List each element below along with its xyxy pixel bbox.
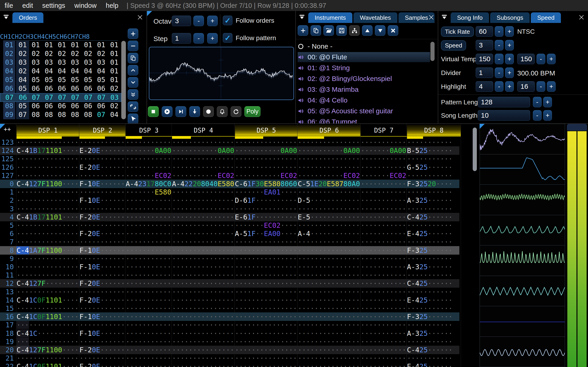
order-cell[interactable]: 05 <box>95 76 108 84</box>
pattern-cell[interactable]: ··········· <box>79 337 125 346</box>
order-cell[interactable]: 01 <box>42 41 55 49</box>
speed-minus-button[interactable]: - <box>495 40 503 50</box>
octave-minus-button[interactable]: - <box>193 16 204 26</box>
pattern-cell[interactable]: F-10E······ <box>79 312 125 321</box>
instrument-item-4[interactable]: 04: @4 Cello <box>298 95 430 105</box>
pattern-cell[interactable]: ··········· <box>407 304 453 313</box>
pattern-cell[interactable]: D-61F·········· <box>235 196 297 205</box>
order-cell[interactable]: 02 <box>55 50 69 58</box>
pattern-cell[interactable]: ··············· <box>17 221 79 230</box>
order-cell[interactable]: 05 <box>16 102 29 110</box>
pattern-cell[interactable]: C-41C·········· <box>17 329 79 338</box>
order-cell[interactable]: 07 <box>16 110 29 119</box>
order-cell[interactable]: 02 <box>108 102 121 110</box>
speaker-icon[interactable] <box>298 76 304 82</box>
pattern-cell[interactable]: ··············· <box>17 188 79 196</box>
pattern-cell[interactable]: ··············· <box>172 213 234 221</box>
pattern-cell[interactable]: ··············· <box>172 238 234 246</box>
pattern-cell[interactable]: ··········· <box>361 205 406 213</box>
order-cell[interactable]: 05 <box>82 76 95 84</box>
pattern-row-19[interactable]: 19······································… <box>0 337 459 346</box>
order-cell[interactable]: 02 <box>95 50 108 58</box>
pattern-row-125[interactable]: 125·····································… <box>0 155 459 163</box>
order-cell[interactable]: 06 <box>82 84 95 92</box>
pattern-cell[interactable]: ···········0A00 <box>172 146 234 155</box>
pattern-cell[interactable]: ··········· <box>361 254 406 263</box>
pattern-cell[interactable]: ··········· <box>126 155 171 163</box>
divider-input[interactable]: 1 <box>476 67 493 78</box>
pattern-cell[interactable]: F-325······ <box>407 312 453 321</box>
order-cell[interactable]: 06 <box>55 84 69 92</box>
pattern-cell[interactable]: ··········· <box>361 329 406 338</box>
pattern-cell[interactable]: ··········· <box>79 155 125 163</box>
pattern-cell[interactable]: ··········· <box>361 238 406 246</box>
menu-edit[interactable]: edit <box>18 2 38 9</box>
add-order-button[interactable] <box>128 28 138 39</box>
virtual-tempo-numerator-input[interactable]: 150 <box>476 54 493 64</box>
menu-help[interactable]: help <box>101 2 123 9</box>
pattern-row-10[interactable]: 10···············F-10E··················… <box>0 263 459 271</box>
pattern-cell[interactable]: F-20E······ <box>79 362 125 367</box>
pattern-cell[interactable]: ··········· <box>361 246 406 255</box>
play-pattern-button[interactable] <box>175 106 186 117</box>
pattern-cell[interactable]: ·······EA01···· <box>235 188 297 196</box>
pattern-cell[interactable]: ··············· <box>235 254 297 263</box>
pattern-cell[interactable]: C-41B171101···· <box>17 213 79 221</box>
save-instrument-button[interactable] <box>336 25 347 36</box>
instrument-item-6[interactable]: 06: @6 Trumpet <box>298 117 430 124</box>
order-row-08[interactable]: 080506060606060602 <box>0 102 121 110</box>
pattern-cell[interactable]: ··········· <box>361 312 406 321</box>
order-cell[interactable]: 03 <box>29 58 42 66</box>
pattern-cell[interactable]: ··········· <box>361 346 406 354</box>
duplicate-order-button[interactable] <box>128 53 138 63</box>
pattern-row-1[interactable]: 1·································E580··… <box>0 188 459 196</box>
channel-header-4[interactable]: DSP 4 <box>172 125 235 136</box>
order-cell[interactable]: 06 <box>69 84 82 92</box>
pattern-cell[interactable]: ··············· <box>298 188 360 196</box>
order-cell[interactable]: 08 <box>82 110 95 119</box>
pattern-cell[interactable]: ··············· <box>235 205 297 213</box>
pattern-cell[interactable]: ··········· <box>126 321 171 329</box>
tick-rate-input[interactable]: 60 <box>476 26 493 37</box>
order-cell[interactable]: 07 <box>56 93 69 101</box>
pattern-cell[interactable]: ··········· <box>126 196 171 205</box>
pattern-cell[interactable]: F-20E······ <box>79 346 125 354</box>
order-cell[interactable]: 06 <box>69 102 82 110</box>
pattern-cell[interactable]: ··············· <box>298 271 360 279</box>
order-cell[interactable]: 04 <box>16 76 29 84</box>
menu-file[interactable]: file <box>0 2 18 9</box>
pattern-cell[interactable]: ··········· <box>361 288 406 296</box>
pattern-cell[interactable]: ··········· <box>79 205 125 213</box>
pattern-cell[interactable]: ··············· <box>298 221 360 230</box>
pattern-row-5[interactable]: 5·······································… <box>0 221 459 230</box>
extra-channels-toggle[interactable]: ++ <box>4 126 11 133</box>
pattern-cell[interactable]: ·······0A00 <box>126 146 171 155</box>
pattern-row-6[interactable]: 6···············F-20E···················… <box>0 229 459 238</box>
collapse-icon[interactable] <box>297 12 306 22</box>
pattern-cell[interactable]: ··············· <box>172 263 234 271</box>
order-cell[interactable]: 07 <box>43 93 56 101</box>
move-instrument-down-button[interactable] <box>375 25 385 36</box>
pattern-cell[interactable]: F-20E······ <box>79 279 125 288</box>
pattern-cell[interactable]: ·······EC02 <box>361 171 406 180</box>
pattern-row-18[interactable]: 18C-41C··········F-10E··················… <box>0 329 459 338</box>
order-cell[interactable]: 02 <box>29 50 42 58</box>
pattern-editor[interactable]: ++ DSP 1DSP 2DSP 3DSP 4DSP 5DSP 6DSP 7DS… <box>0 124 472 367</box>
pattern-cell[interactable]: ··········· <box>126 362 171 367</box>
pattern-cell[interactable]: E-61F·········· <box>235 213 297 221</box>
order-row-03[interactable]: 030303030303030301 <box>0 58 121 67</box>
pattern-cell[interactable]: ··············· <box>172 296 234 304</box>
pattern-row-7[interactable]: 7·······································… <box>0 238 459 246</box>
pattern-cell[interactable]: F-20E······ <box>79 296 125 304</box>
pattern-cell[interactable]: A-51F··EA00···· <box>235 229 297 238</box>
pattern-cell[interactable]: ··········· <box>407 138 453 147</box>
tab-orders[interactable]: Orders <box>12 12 43 23</box>
pattern-cell[interactable]: ··········· <box>407 205 453 213</box>
pattern-cell[interactable]: F-325······ <box>407 246 453 255</box>
follow-orders-checkbox[interactable]: ✓ <box>223 16 233 25</box>
order-cell[interactable]: 03 <box>16 58 29 66</box>
highlight-first-input[interactable]: 4 <box>476 81 493 92</box>
pattern-cell[interactable]: ··········· <box>79 188 125 196</box>
step-plus-button[interactable]: + <box>207 33 218 44</box>
divider-plus-button[interactable]: + <box>505 67 514 78</box>
